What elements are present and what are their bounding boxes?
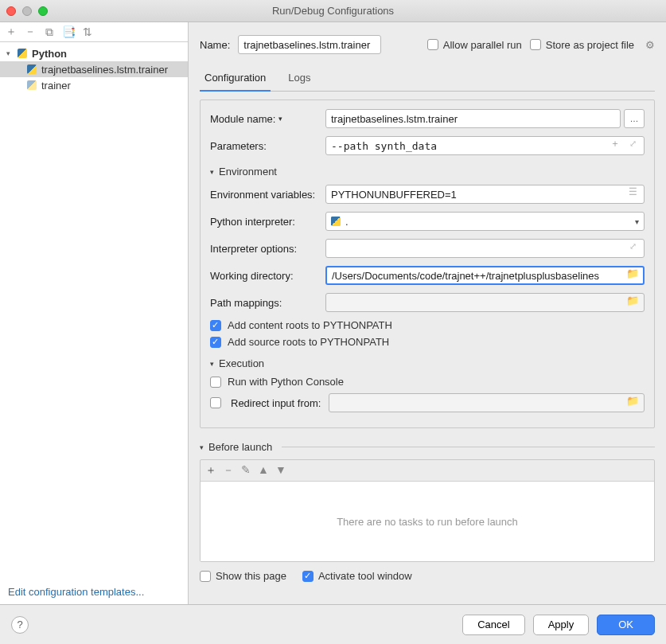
activate-tool-check[interactable] [302, 571, 314, 582]
show-page-checkbox[interactable]: Show this page [200, 570, 286, 582]
edit-task-icon: ✎ [240, 463, 251, 478]
working-dir-label: Working directory: [210, 270, 325, 282]
move-down-icon: ▼ [275, 463, 286, 478]
tree-item-trainer[interactable]: trainer [0, 77, 188, 93]
folder-icon[interactable]: 📁 [625, 266, 640, 280]
ok-button[interactable]: OK [597, 615, 655, 635]
tree-item-label: trainer [41, 80, 71, 92]
python-icon [331, 217, 341, 226]
run-console-label: Run with Python Console [228, 376, 344, 388]
insert-macro-icon[interactable]: ＋ [608, 136, 622, 150]
execution-header-label: Execution [219, 357, 264, 369]
environment-section[interactable]: ▾ Environment [210, 166, 645, 178]
add-source-roots-check[interactable] [210, 337, 221, 348]
chevron-down-icon: ▾ [635, 217, 639, 226]
titlebar: Run/Debug Configurations [0, 0, 666, 22]
before-launch-box: ＋ － ✎ ▲ ▼ There are no tasks to run befo… [200, 459, 655, 562]
add-source-roots-label: Add source roots to PYTHONPATH [228, 336, 389, 348]
env-vars-label: Environment variables: [210, 189, 325, 201]
redirect-input-label: Redirect input from: [231, 397, 321, 409]
interpreter-label: Python interpreter: [210, 216, 325, 228]
before-launch-empty: There are no tasks to run before launch [201, 482, 654, 561]
config-tree-panel: ＋ － ⧉ 📑 ⇅ ▾ Python trajnetbaselines.lstm… [0, 22, 189, 604]
store-project-label: Store as project file [546, 39, 634, 51]
configuration-form: Module name: ▾ … Parameters: ＋ ⤢ [200, 100, 655, 428]
add-config-icon[interactable]: ＋ [5, 25, 18, 39]
remove-config-icon[interactable]: － [24, 25, 37, 39]
tab-configuration[interactable]: Configuration [200, 67, 271, 92]
folder-icon: 📁 [625, 393, 640, 408]
tree-item-label: trajnetbaselines.lstm.trainer [41, 64, 168, 76]
interpreter-opts-label: Interpreter options: [210, 243, 325, 255]
before-launch-section[interactable]: ▾ Before launch [200, 441, 655, 453]
activate-tool-checkbox[interactable]: Activate tool window [302, 570, 412, 582]
allow-parallel-checkbox[interactable]: Allow parallel run [427, 39, 522, 51]
module-name-input[interactable] [325, 109, 621, 128]
chevron-down-icon[interactable]: ▾ [278, 115, 282, 123]
show-page-label: Show this page [216, 570, 286, 582]
parameters-input[interactable] [325, 136, 645, 155]
execution-section[interactable]: ▾ Execution [210, 357, 645, 369]
python-icon [25, 63, 38, 76]
redirect-input-field [329, 393, 645, 412]
browse-module-button[interactable]: … [624, 109, 645, 128]
module-name-label: Module name: [210, 113, 275, 125]
footer: ? Cancel Apply OK [0, 604, 666, 644]
tree-group-label: Python [32, 48, 67, 60]
tree-group-python[interactable]: ▾ Python [0, 45, 188, 61]
working-dir-input[interactable] [325, 266, 645, 285]
list-icon[interactable]: ☰ [625, 185, 640, 199]
run-console-check[interactable] [210, 377, 221, 388]
window-title: Run/Debug Configurations [0, 5, 666, 17]
add-task-icon[interactable]: ＋ [205, 463, 216, 478]
show-page-check[interactable] [200, 571, 211, 582]
parameters-label: Parameters: [210, 140, 325, 152]
before-launch-label: Before launch [208, 441, 272, 453]
allow-parallel-label: Allow parallel run [443, 39, 522, 51]
allow-parallel-check[interactable] [427, 39, 438, 50]
store-project-check[interactable] [530, 39, 541, 50]
tab-logs[interactable]: Logs [283, 67, 315, 91]
move-up-icon: ▲ [258, 463, 269, 478]
python-icon [16, 47, 29, 60]
tree-item-trainer-lstm[interactable]: trajnetbaselines.lstm.trainer [0, 61, 188, 77]
gear-icon[interactable]: ⚙ [645, 39, 655, 51]
name-label: Name: [200, 39, 230, 51]
interpreter-opts-input[interactable] [325, 239, 645, 258]
redirect-input-check[interactable] [210, 397, 221, 408]
add-content-roots-check[interactable] [210, 320, 221, 331]
path-mappings-label: Path mappings: [210, 297, 325, 309]
chevron-down-icon: ▾ [200, 443, 204, 451]
expand-icon[interactable]: ⤢ [625, 239, 640, 253]
python-icon [25, 79, 38, 92]
expand-icon[interactable]: ⤢ [625, 136, 640, 150]
store-project-checkbox[interactable]: Store as project file [530, 39, 634, 51]
tree-toolbar: ＋ － ⧉ 📑 ⇅ [0, 22, 188, 42]
help-button[interactable]: ? [11, 616, 29, 634]
copy-config-icon[interactable]: ⧉ [43, 25, 56, 39]
config-tabs: Configuration Logs [200, 67, 655, 92]
name-input[interactable] [238, 35, 381, 54]
add-content-roots-label: Add content roots to PYTHONPATH [228, 319, 392, 331]
save-layout-icon[interactable]: 📑 [62, 25, 75, 38]
chevron-down-icon: ▾ [6, 49, 14, 57]
path-mappings-input [325, 293, 645, 312]
environment-header-label: Environment [219, 166, 277, 178]
edit-templates-link[interactable]: Edit configuration templates... [0, 580, 188, 604]
interpreter-dropdown[interactable]: . ▾ [325, 212, 645, 231]
apply-button[interactable]: Apply [533, 615, 590, 635]
chevron-down-icon: ▾ [210, 360, 214, 368]
chevron-down-icon: ▾ [210, 168, 214, 176]
interpreter-value: . [345, 216, 349, 228]
folder-icon: 📁 [625, 293, 640, 307]
content-panel: Name: Allow parallel run Store as projec… [189, 22, 666, 604]
remove-task-icon: － [223, 463, 234, 478]
activate-tool-label: Activate tool window [318, 570, 412, 582]
sort-icon[interactable]: ⇅ [81, 25, 94, 38]
cancel-button[interactable]: Cancel [462, 615, 524, 635]
env-vars-input[interactable] [325, 185, 645, 204]
